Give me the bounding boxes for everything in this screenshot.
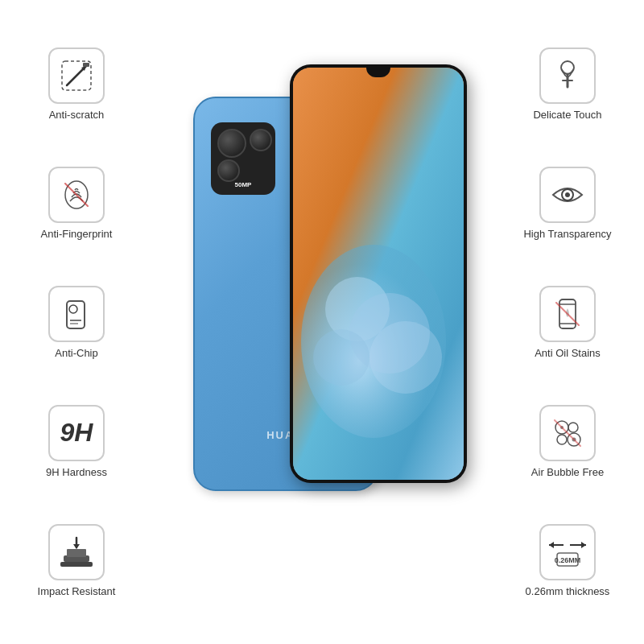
features-left: Anti-scratch Anti-Fingerprint [8,0,145,644]
camera-lens-3 [217,159,240,182]
delicate-touch-label: Delicate Touch [533,109,601,121]
scratch-icon [59,58,94,93]
anti-fingerprint-icon-box [48,167,105,223]
eye-icon [550,177,585,213]
feature-impact-resistant: Impact Resistant [8,524,145,597]
thickness-icon-box: 0.26MM [539,524,596,580]
svg-point-19 [313,329,369,386]
thickness-icon: 0.26MM [546,532,589,572]
screen-wallpaper [293,68,464,480]
anti-oil-icon-box [539,286,596,342]
svg-marker-39 [549,542,554,548]
svg-rect-12 [60,562,93,567]
thickness-label: 0.26mm thickness [526,585,610,597]
phones-display: 50MP HUAW [169,48,475,596]
svg-marker-41 [581,542,586,548]
camera-lens-2 [250,129,272,151]
main-container: Anti-scratch Anti-Fingerprint [0,0,644,644]
feature-high-transparency: High Transparency [499,167,636,240]
anti-fingerprint-label: Anti-Fingerprint [41,228,113,240]
feature-anti-scratch: Anti-scratch [8,47,145,121]
svg-point-7 [69,305,77,313]
touch-icon [550,58,585,93]
phone-front [290,64,467,483]
svg-rect-11 [67,549,86,557]
camera-module: 50MP [211,122,275,195]
anti-chip-label: Anti-Chip [55,347,97,359]
anti-scratch-icon-box [48,47,105,104]
9h-text: 9H [60,418,93,448]
fingerprint-icon [59,177,94,213]
feature-air-bubble-free: Air Bubble Free [499,405,636,478]
phone-front-border [290,64,467,483]
phone-screen [293,68,464,480]
anti-oil-stains-label: Anti Oil Stains [535,347,601,359]
9h-hardness-label: 9H Hardness [46,466,107,478]
high-transparency-icon-box [539,167,596,223]
svg-text:0.26MM: 0.26MM [555,556,581,564]
feature-anti-fingerprint: Anti-Fingerprint [8,167,145,240]
svg-point-32 [568,423,578,432]
svg-point-20 [369,321,442,394]
air-bubble-free-label: Air Bubble Free [531,466,604,478]
wallpaper-svg [293,68,464,480]
features-right: Delicate Touch High Transparency [499,0,636,644]
svg-point-33 [557,435,567,444]
high-transparency-label: High Transparency [523,228,611,240]
bubbles-icon [550,415,585,451]
anti-oil-icon [550,296,585,332]
feature-thickness: 0.26MM 0.26mm thickness [499,524,636,597]
anti-chip-icon-box [48,286,105,342]
svg-marker-14 [73,544,80,549]
feature-9h-hardness: 9H 9H Hardness [8,405,145,478]
anti-scratch-label: Anti-scratch [49,109,105,121]
feature-delicate-touch: Delicate Touch [499,47,636,121]
camera-badge: 50MP [235,181,252,188]
delicate-touch-icon-box [539,47,596,104]
svg-rect-3 [83,63,89,67]
chip-icon [59,296,94,332]
impact-icon-box [48,524,105,580]
impact-icon [57,535,96,570]
feature-anti-chip: Anti-Chip [8,286,145,359]
impact-resistant-label: Impact Resistant [38,585,116,597]
svg-point-26 [569,191,572,193]
9h-icon-box: 9H [48,405,105,461]
feature-anti-oil-stains: Anti Oil Stains [499,286,636,359]
camera-lens-main [217,129,246,158]
svg-line-5 [65,184,88,206]
air-bubble-icon-box [539,405,596,461]
